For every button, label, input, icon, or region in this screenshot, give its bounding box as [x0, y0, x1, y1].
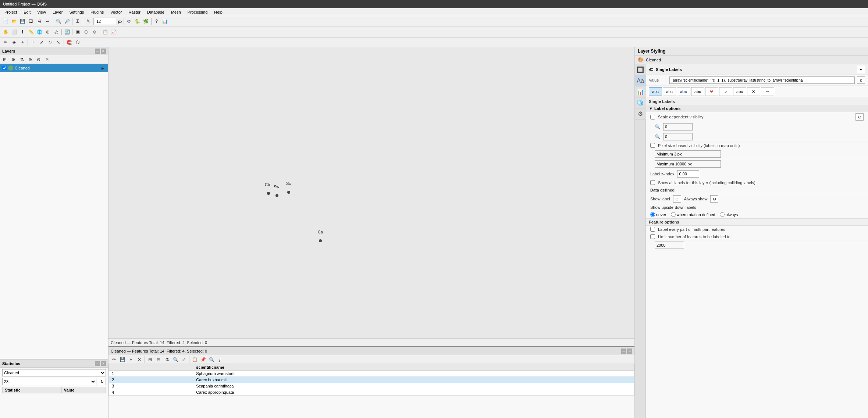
- show-all-labels-checkbox[interactable]: [650, 180, 655, 185]
- mode-dropdown-btn[interactable]: ▾: [857, 66, 865, 73]
- collapse-all-btn[interactable]: ⊖: [35, 56, 43, 64]
- add-row-btn[interactable]: +: [127, 356, 135, 364]
- value-input[interactable]: [669, 76, 855, 84]
- save-project-btn[interactable]: 💾: [18, 17, 26, 25]
- menu-raster[interactable]: Raster: [125, 9, 143, 15]
- filter-table-btn[interactable]: ⚗: [163, 356, 171, 364]
- find-btn[interactable]: 🔍: [207, 356, 216, 364]
- stats-field-select[interactable]: 23: [2, 378, 96, 385]
- zoom-sel-btn[interactable]: ◎: [52, 28, 60, 36]
- save-table-btn[interactable]: 💾: [118, 356, 127, 364]
- filter-btn[interactable]: ⚙: [125, 17, 133, 25]
- zoom-full-btn[interactable]: 🌐: [35, 28, 43, 36]
- side-tab-labels[interactable]: Aa: [635, 75, 646, 86]
- menu-plugins[interactable]: Plugins: [88, 9, 107, 15]
- scale-feature-btn[interactable]: ⤡: [54, 38, 63, 46]
- table-row[interactable]: 2Carex buxbaumii: [109, 377, 634, 383]
- stats-layer-select[interactable]: Cleaned: [2, 369, 106, 376]
- zoom-rect-btn[interactable]: ⬜: [10, 28, 18, 36]
- menu-help[interactable]: Help: [211, 9, 225, 15]
- attr-table-close-btn[interactable]: ✕: [627, 349, 632, 354]
- table-row[interactable]: 4Carex appropinquata: [109, 389, 634, 396]
- side-tab-source[interactable]: 🔲: [635, 64, 646, 75]
- zoom-out-btn[interactable]: 🔎: [63, 17, 71, 25]
- node-btn[interactable]: ◈: [10, 38, 18, 46]
- radio-always[interactable]: [720, 212, 725, 217]
- menu-database[interactable]: Database: [144, 9, 167, 15]
- stats-refresh-btn[interactable]: ↻: [98, 378, 106, 385]
- layer-checkbox-cleaned[interactable]: [2, 66, 7, 70]
- add-feature-btn[interactable]: +: [29, 38, 37, 46]
- show-label-btn[interactable]: ⊙: [673, 195, 681, 203]
- digitize-btn[interactable]: ✏: [1, 38, 10, 46]
- rotate-btn[interactable]: ↻: [46, 38, 54, 46]
- copy-btn[interactable]: 📋: [191, 356, 199, 364]
- refresh-btn[interactable]: 🔄: [63, 28, 71, 36]
- select-poly-btn[interactable]: ⬡: [82, 28, 90, 36]
- zoom-selected-btn[interactable]: 🔍: [171, 356, 179, 364]
- label-format-btn[interactable]: abc: [663, 87, 676, 96]
- radio-when-rotation[interactable]: [671, 212, 676, 217]
- edit-table-btn[interactable]: ✏: [110, 356, 118, 364]
- python-btn[interactable]: 🐍: [134, 17, 142, 25]
- layer-item-cleaned[interactable]: Cleaned ▶: [0, 64, 108, 72]
- scale-min-input[interactable]: [663, 123, 693, 131]
- radio-never[interactable]: [650, 212, 655, 217]
- help-btn[interactable]: ?: [153, 17, 161, 25]
- grass-btn[interactable]: 🌿: [142, 17, 150, 25]
- map-canvas[interactable]: Cb Sw Sc Ca: [108, 47, 634, 338]
- menu-vector[interactable]: Vector: [107, 9, 125, 15]
- label-shadow-btn[interactable]: ❤: [705, 87, 718, 96]
- topology-btn[interactable]: ⬡: [74, 38, 82, 46]
- layers-close-btn[interactable]: ✕: [101, 49, 106, 54]
- attr-table-minimize-btn[interactable]: —: [621, 349, 626, 354]
- select-by-expr-btn[interactable]: ✎: [84, 17, 92, 25]
- scale-dependent-info-btn[interactable]: ⊙: [855, 113, 864, 121]
- layer-expand-btn[interactable]: ▶: [100, 65, 106, 71]
- open-table-btn[interactable]: 📋: [101, 28, 109, 36]
- zoom-in-btn[interactable]: 🔍: [54, 17, 63, 25]
- menu-mesh[interactable]: Mesh: [168, 9, 184, 15]
- limit-features-checkbox[interactable]: [650, 234, 655, 239]
- new-project-btn[interactable]: 📄: [1, 17, 10, 25]
- pan-btn[interactable]: ✋: [1, 28, 10, 36]
- manage-layers-btn[interactable]: ⚙: [9, 56, 17, 64]
- remove-layer-btn[interactable]: ✕: [43, 56, 51, 64]
- print-btn[interactable]: 🖨: [35, 17, 43, 25]
- stats-minimize-btn[interactable]: —: [95, 361, 100, 366]
- attr-table-content[interactable]: scientificname 1Sphagnum warnstorfi2Care…: [108, 364, 634, 418]
- side-tab-render[interactable]: ⚙: [635, 108, 646, 119]
- menu-project[interactable]: Project: [1, 9, 20, 15]
- label-rendering-btn[interactable]: ✏: [761, 87, 774, 96]
- open-project-btn[interactable]: 📂: [10, 17, 18, 25]
- scale-input[interactable]: [95, 18, 117, 25]
- label-every-part-checkbox[interactable]: [650, 227, 655, 232]
- pixel-max-input[interactable]: [655, 160, 721, 168]
- menu-settings[interactable]: Settings: [66, 9, 87, 15]
- save-as-btn[interactable]: 🖫: [27, 17, 35, 25]
- identify-btn[interactable]: ℹ: [18, 28, 26, 36]
- label-mask-btn[interactable]: ○: [719, 87, 732, 96]
- snap-btn[interactable]: 🧲: [65, 38, 73, 46]
- label-buffer-btn[interactable]: abc: [677, 87, 690, 96]
- stat-summary-btn[interactable]: 📈: [110, 28, 118, 36]
- pixel-min-input[interactable]: [655, 150, 721, 158]
- expand-all-btn[interactable]: ⊕: [26, 56, 34, 64]
- value-expr-btn[interactable]: ε: [857, 76, 865, 84]
- add-group-btn[interactable]: ⊞: [1, 56, 9, 64]
- side-tab-3d[interactable]: 🧊: [635, 97, 646, 108]
- always-show-btn[interactable]: ⊙: [710, 195, 718, 203]
- layers-minimize-btn[interactable]: —: [95, 49, 100, 54]
- scale-max-input[interactable]: [663, 133, 693, 140]
- label-background-btn[interactable]: abc: [691, 87, 704, 96]
- paste-btn[interactable]: 📌: [199, 356, 207, 364]
- zoom-layer-btn[interactable]: ⊕: [44, 28, 52, 36]
- menu-view[interactable]: View: [34, 9, 49, 15]
- move-selected-btn[interactable]: ⤢: [180, 356, 188, 364]
- delete-row-btn[interactable]: ✕: [135, 356, 143, 364]
- label-text-btn[interactable]: abc: [649, 87, 662, 96]
- expr-filter-btn[interactable]: ƒ: [216, 356, 224, 364]
- menu-edit[interactable]: Edit: [21, 9, 33, 15]
- scale-dependent-checkbox[interactable]: [650, 115, 655, 119]
- adv-digitize-btn[interactable]: ⌖: [18, 38, 26, 46]
